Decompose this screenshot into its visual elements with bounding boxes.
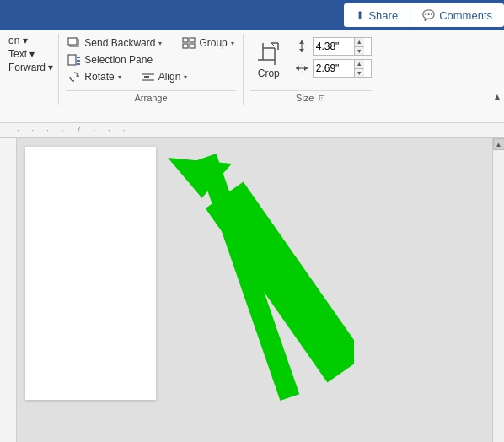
height-spinner: ▲ ▼ — [354, 38, 364, 55]
align-icon — [142, 70, 155, 84]
arrange-group-label: Arrange — [66, 90, 235, 105]
svg-marker-23 — [299, 49, 304, 52]
group-dropdown-icon: ▾ — [231, 40, 234, 47]
comments-icon: 💬 — [422, 9, 435, 21]
svg-marker-26 — [296, 66, 299, 71]
width-spin-up[interactable]: ▲ — [355, 60, 364, 69]
svg-rect-7 — [77, 57, 80, 58]
svg-rect-5 — [190, 44, 195, 48]
crop-label: Crop — [258, 67, 280, 79]
share-button[interactable]: ⬆ Share — [344, 3, 410, 27]
align-dropdown-icon: ▾ — [184, 73, 187, 81]
ribbon: on ▾ Text ▾ Forward ▾ — [0, 30, 504, 123]
ribbon-item-text[interactable]: Text ▾ — [7, 47, 55, 61]
svg-line-30 — [206, 157, 290, 397]
svg-rect-32 — [206, 181, 354, 382]
scroll-track[interactable] — [493, 150, 504, 442]
document-area: · ▲ — [0, 138, 504, 442]
selection-pane-button[interactable]: Selection Pane — [66, 52, 235, 67]
arrange-group: Send Backward ▾ Group — [59, 34, 243, 105]
rotate-dropdown-icon: ▾ — [118, 73, 121, 81]
ribbon-item-forward[interactable]: Forward ▾ — [7, 61, 55, 74]
svg-rect-4 — [183, 44, 188, 48]
width-spinner: ▲ ▼ — [354, 60, 364, 77]
svg-rect-8 — [77, 60, 80, 62]
send-backward-button[interactable]: Send Backward ▾ — [66, 35, 164, 51]
size-group: Crop — [244, 34, 378, 105]
ruler: · · · · 7 · · · — [0, 123, 504, 138]
svg-marker-10 — [76, 74, 78, 78]
ribbon-collapse-button[interactable]: ▲ — [492, 91, 502, 103]
width-input-wrap: ▲ ▼ — [313, 59, 372, 78]
scroll-up-button[interactable]: ▲ — [493, 138, 505, 150]
height-icon — [294, 39, 309, 54]
svg-rect-2 — [183, 38, 188, 42]
svg-rect-1 — [68, 38, 77, 45]
width-input[interactable] — [314, 60, 354, 77]
svg-marker-22 — [299, 40, 304, 44]
svg-marker-27 — [304, 66, 308, 71]
ribbon-item-on[interactable]: on ▾ — [7, 34, 55, 47]
margin-mark: · — [7, 145, 9, 154]
svg-rect-12 — [144, 76, 149, 78]
crop-icon — [255, 40, 282, 67]
left-margin: · — [0, 138, 17, 442]
crop-button[interactable]: Crop — [250, 37, 287, 83]
send-backward-icon — [67, 36, 81, 50]
group-icon — [182, 36, 196, 50]
size-group-content: Crop — [250, 34, 372, 90]
svg-rect-3 — [190, 38, 195, 42]
height-input[interactable] — [314, 38, 354, 55]
height-spin-up[interactable]: ▲ — [355, 38, 364, 47]
width-icon — [294, 61, 309, 76]
share-label: Share — [368, 9, 398, 22]
selection-pane-icon — [67, 53, 81, 67]
share-icon: ⬆ — [356, 9, 364, 21]
document-page — [25, 147, 156, 400]
height-row: ▲ ▼ — [294, 37, 372, 56]
width-row: ▲ ▼ — [294, 59, 372, 78]
width-spin-down[interactable]: ▼ — [355, 69, 364, 78]
top-bar: ⬆ Share 💬 Comments — [0, 0, 504, 30]
comments-button[interactable]: 💬 Comments — [410, 3, 504, 27]
svg-rect-6 — [68, 55, 76, 65]
svg-rect-9 — [77, 63, 80, 65]
comments-label: Comments — [439, 9, 492, 22]
size-expand-icon[interactable]: ⊡ — [319, 94, 325, 102]
height-input-wrap: ▲ ▼ — [313, 37, 372, 56]
size-inputs: ▲ ▼ — [294, 37, 372, 78]
svg-marker-31 — [168, 138, 239, 204]
group-button[interactable]: Group ▾ — [180, 35, 235, 51]
rotate-button[interactable]: Rotate ▾ — [66, 69, 122, 84]
size-group-label: Size ⊡ — [250, 90, 372, 105]
arrange-items: Send Backward ▾ Group — [66, 34, 235, 90]
scrollbar-right: ▲ — [492, 138, 504, 442]
page-area[interactable] — [17, 138, 492, 442]
green-arrow-annotation — [152, 138, 354, 425]
text-group-partial: on ▾ Text ▾ Forward ▾ — [3, 34, 59, 105]
align-button[interactable]: Align ▾ — [140, 69, 190, 84]
ribbon-inner: on ▾ Text ▾ Forward ▾ — [0, 30, 504, 105]
ruler-ticks: · · · · 7 · · · — [17, 126, 130, 135]
rotate-icon — [67, 70, 81, 84]
send-backward-dropdown-icon: ▾ — [158, 40, 162, 47]
height-spin-down[interactable]: ▼ — [355, 47, 364, 56]
